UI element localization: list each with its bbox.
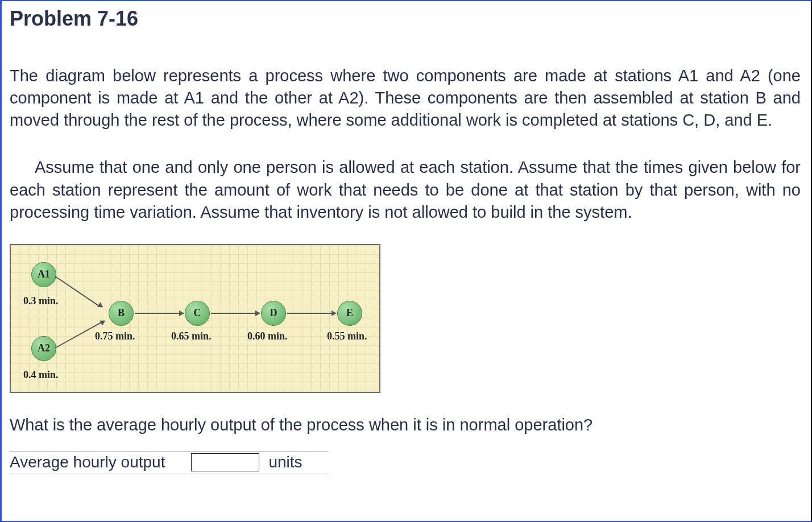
paragraph-2: Assume that one and only one person is a… bbox=[10, 156, 801, 223]
node-c-label: C bbox=[194, 307, 201, 319]
process-diagram: A1 0.3 min. A2 0.4 min. B 0.75 min. C 0.… bbox=[10, 244, 380, 393]
node-c: C bbox=[185, 301, 210, 326]
arrow-c-d bbox=[211, 313, 255, 314]
node-a1-time: 0.3 min. bbox=[23, 295, 59, 307]
arrowhead-b-c bbox=[179, 310, 184, 316]
node-a2: A2 bbox=[31, 336, 56, 361]
node-c-time: 0.65 min. bbox=[171, 330, 212, 342]
node-d-label: D bbox=[270, 307, 277, 319]
node-e-label: E bbox=[346, 307, 353, 319]
problem-title: Problem 7-16 bbox=[10, 7, 801, 31]
node-a2-label: A2 bbox=[38, 342, 50, 354]
node-b-label: B bbox=[118, 307, 125, 319]
arrowhead-d-e bbox=[332, 310, 337, 316]
answer-units: units bbox=[268, 453, 302, 471]
arrowhead-a2-b bbox=[100, 318, 107, 325]
node-a2-time: 0.4 min. bbox=[23, 369, 59, 381]
arrowhead-c-d bbox=[255, 310, 260, 316]
node-b: B bbox=[109, 301, 134, 326]
arrow-b-c bbox=[135, 313, 179, 314]
node-b-time: 0.75 min. bbox=[95, 330, 135, 342]
answer-row: Average hourly output units bbox=[10, 451, 328, 474]
node-d-time: 0.60 min. bbox=[247, 330, 288, 342]
arrowhead-a1-b bbox=[97, 302, 105, 309]
problem-container: Problem 7-16 The diagram below represent… bbox=[0, 0, 812, 522]
node-d: D bbox=[261, 301, 286, 326]
node-a1: A1 bbox=[31, 262, 56, 287]
node-e: E bbox=[337, 301, 362, 326]
answer-label: Average hourly output bbox=[10, 453, 182, 471]
node-e-time: 0.55 min. bbox=[327, 330, 367, 342]
question-text: What is the average hourly output of the… bbox=[10, 416, 801, 434]
paragraph-1: The diagram below represents a process w… bbox=[10, 65, 801, 131]
answer-input[interactable] bbox=[191, 453, 259, 471]
node-a1-label: A1 bbox=[38, 268, 50, 280]
arrow-d-e bbox=[287, 313, 332, 314]
arrow-a1-b bbox=[55, 276, 100, 306]
